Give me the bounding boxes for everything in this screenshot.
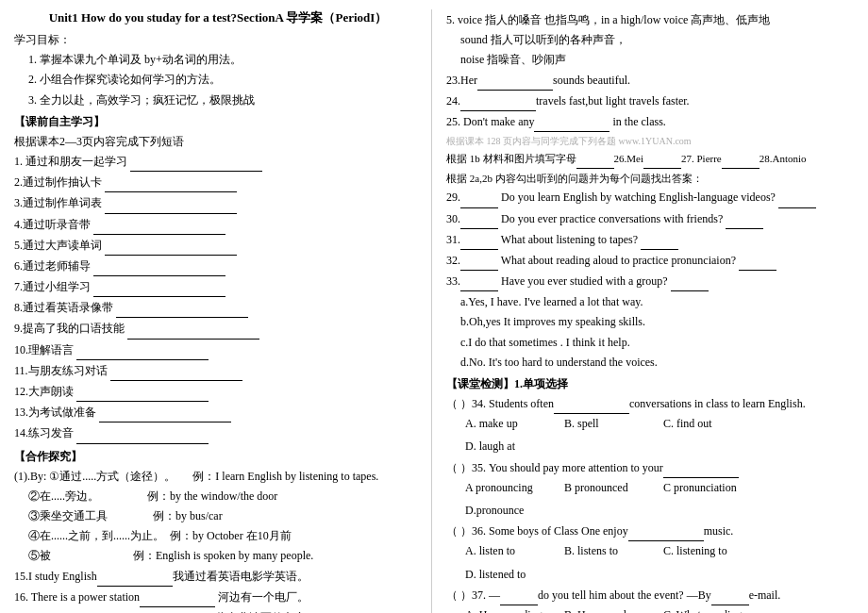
q32: 32. What about reading aloud to practice… <box>446 252 854 271</box>
q37-text: （ ）37. — do you tell him about the event… <box>446 587 854 605</box>
s1-item-4: 4.通过听录音带 <box>14 216 422 235</box>
s1-item-11: 11.与朋友练习对话 <box>14 362 422 381</box>
s1-item-2: 2.通过制作抽认卡 <box>14 174 422 192</box>
goal-1: 1. 掌握本课九个单词及 by+动名词的用法。 <box>28 51 422 69</box>
q23: 23.Her sounds beautiful. <box>446 72 854 91</box>
q35-a: A pronouncing <box>465 479 559 497</box>
s1-item-3: 3.通过制作单词表 <box>14 194 422 213</box>
by-4: ④在......之前，到......为止。 例：by October 在10月前 <box>28 527 422 545</box>
q36-row: （ ）36. Some boys of Class One enjoy musi… <box>446 522 854 584</box>
q34-text: （ ）34. Students often conversations in c… <box>446 395 854 414</box>
q34-a: A. make up <box>465 415 559 433</box>
q16: 16. There is a power station 河边有一个电厂。 <box>14 588 422 607</box>
q34-choices: A. make up B. spell C. find out D. laugh… <box>465 415 854 456</box>
by-3: ③乘坐交通工具 例：by bus/car <box>28 507 422 525</box>
s1-item-1: 1. 通过和朋友一起学习 <box>14 153 422 172</box>
page-title: Unit1 How do you studay for a test?Secti… <box>14 9 422 26</box>
goals-label: 学习目标： <box>14 31 422 49</box>
ans-a: a.Yes, I have. I've learned a lot that w… <box>460 293 854 311</box>
ans-d: d.No. It's too hard to understand the vo… <box>460 354 854 372</box>
q29: 29. Do you learn English by watching Eng… <box>446 189 854 207</box>
q36-c: C. listening to <box>663 542 758 560</box>
q30: 30. Do you ever practice conversations w… <box>446 210 854 229</box>
q34-row: （ ）34. Students often conversations in c… <box>446 395 854 456</box>
q-2ab: 根据 2a,2b 内容勾出听到的问题并为每个问题找出答案： <box>446 171 854 188</box>
q35-d: D.pronounce <box>465 502 559 520</box>
q37-row: （ ）37. — do you tell him about the event… <box>446 587 854 613</box>
s1-item-7: 7.通过小组学习 <box>14 278 422 297</box>
q35-text: （ ）35. You should pay more attention to … <box>446 459 854 478</box>
q25: 25. Don't make any in the class. <box>446 113 854 132</box>
goal-3: 3. 全力以赴，高效学习；疯狂记忆，极限挑战 <box>28 91 422 109</box>
section1-title: 【课前自主学习】 <box>14 114 422 130</box>
by-5: ⑤被 例：English is spoken by many people. <box>28 547 422 565</box>
q15: 15.I study English 我通过看英语电影学英语。 <box>14 568 422 587</box>
q24: 24. travels fast,but light travels faste… <box>446 92 854 111</box>
q35-choices: A pronouncing B pronounced C pronunciati… <box>465 479 854 520</box>
q37-c: C. What; sending <box>663 606 758 613</box>
by-intro: (1).By: ①通过.....方式（途径）。 例：I learn Englis… <box>14 468 422 486</box>
section-test-title: 【课堂检测】1.单项选择 <box>446 376 854 392</box>
q36-b: B. listens to <box>564 542 659 560</box>
s1-item-8: 8.通过看英语录像带 <box>14 299 422 318</box>
sound-desc: sound 指人可以听到的各种声音， <box>460 31 854 49</box>
q35-c: C pronunciation <box>663 479 758 497</box>
s1-item-14: 14.练习发音 <box>14 424 422 443</box>
voice-desc: 5. voice 指人的嗓音 也指鸟鸣，in a high/low voice … <box>446 11 854 29</box>
left-column: Unit1 How do you studay for a test?Secti… <box>14 9 432 613</box>
q-1b: 根据 1b 材料和图片填写字母 26.Mei 27. Pierre 28.Ant… <box>446 151 854 169</box>
s1-item-5: 5.通过大声读单词 <box>14 237 422 256</box>
q34-b: B. spell <box>564 415 659 433</box>
q31: 31. What about listening to tapes? <box>446 231 854 250</box>
q33: 33. Have you ever studied with a group? <box>446 273 854 291</box>
s1-item-9: 9.提高了我的口语技能 <box>14 320 422 339</box>
q35-row: （ ）35. You should pay more attention to … <box>446 459 854 521</box>
section2-title: 【合作探究】 <box>14 449 422 465</box>
q36-choices: A. listen to B. listens to C. listening … <box>465 542 854 583</box>
watermark: 根据课本 128 页内容与同学完成下列各题 www.1YUAN.com <box>446 134 854 149</box>
s1-item-12: 12.大声朗读 <box>14 383 422 402</box>
q37-a: A. How; sending <box>465 606 559 613</box>
goals-intro: 学习目标： <box>14 33 71 46</box>
q35-b: B pronounced <box>564 479 659 497</box>
by-2: ②在.....旁边。 例：by the window/the door <box>28 488 422 505</box>
q37-b: B. How; send <box>564 606 659 613</box>
page-container: Unit1 How do you studay for a test?Secti… <box>14 9 854 613</box>
goal-2: 2. 小组合作探究读论如何学习的方法。 <box>28 71 422 89</box>
ans-c: c.I do that sometimes . I think it help. <box>460 334 854 352</box>
s1-item-6: 6.通过老师辅导 <box>14 257 422 276</box>
q34-c: C. find out <box>663 415 758 433</box>
noise-desc: noise 指噪音、吵闹声 <box>460 51 854 69</box>
q17: 17.some articles written .一些由曹迪写的文章 <box>14 609 422 613</box>
q36-text: （ ）36. Some boys of Class One enjoy musi… <box>446 522 854 541</box>
section1-desc: 根据课本2—3页内容完成下列短语 <box>14 133 422 151</box>
q34-d: D. laugh at <box>465 438 559 456</box>
ans-b: b.Oh,yes It improves my speaking skills. <box>460 313 854 331</box>
s1-item-13: 13.为考试做准备 <box>14 404 422 422</box>
q37-choices: A. How; sending B. How; send C. What; se… <box>465 606 854 613</box>
q36-a: A. listen to <box>465 542 559 560</box>
s1-item-10: 10.理解语言 <box>14 341 422 360</box>
right-column: 5. voice 指人的嗓音 也指鸟鸣，in a high/low voice … <box>442 9 854 613</box>
q36-d: D. listened to <box>465 566 559 584</box>
